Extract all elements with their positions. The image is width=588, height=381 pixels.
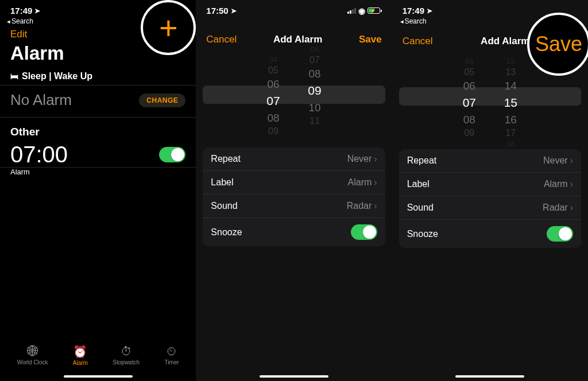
alarm-toggle[interactable]: [159, 147, 185, 162]
sound-row[interactable]: Sound Radar›: [203, 195, 385, 218]
home-indicator[interactable]: [64, 375, 133, 378]
alarm-icon: ⏰: [73, 345, 87, 359]
status-bar: 17:50 ➤ ◉ ⚡: [196, 0, 392, 17]
repeat-row[interactable]: Repeat Never›: [203, 147, 385, 171]
minute-picker[interactable]: 12 13 14 15 16 17 18: [499, 57, 522, 140]
change-button[interactable]: CHANGE: [139, 94, 185, 107]
time-picker[interactable]: 04 05 06 07 08 09 06 07 08 09 10 11: [196, 52, 392, 138]
home-indicator[interactable]: [260, 375, 328, 378]
hour-picker[interactable]: 04 05 06 07 08 09: [458, 57, 481, 140]
repeat-row[interactable]: Repeat Never›: [399, 149, 581, 173]
alarm-settings: Repeat Never› Label Alarm› Sound Radar› …: [203, 147, 385, 246]
location-icon: ➤: [231, 7, 237, 15]
other-section-header: Other: [0, 118, 196, 142]
status-time: 17:49: [10, 6, 32, 15]
chevron-right-icon: ›: [374, 201, 377, 211]
modal-nav: Cancel Add Alarm Save: [196, 17, 392, 52]
tab-stopwatch[interactable]: ⏱︎ Stopwatch: [113, 345, 140, 366]
battery-icon: ⚡: [368, 7, 382, 14]
save-button[interactable]: Save: [359, 34, 382, 45]
tab-world-clock[interactable]: 🌐︎ World Clock: [17, 345, 48, 366]
modal-title: Add Alarm: [273, 34, 322, 45]
chevron-right-icon: ›: [374, 177, 377, 188]
edit-button[interactable]: Edit: [10, 29, 27, 40]
sound-row[interactable]: Sound Radar›: [399, 196, 581, 220]
hour-picker[interactable]: 04 05 06 07 08 09: [262, 55, 285, 138]
save-callout: Save: [527, 13, 588, 76]
label-row[interactable]: Label Alarm›: [399, 173, 581, 196]
modal-title: Add Alarm: [481, 36, 529, 47]
status-time: 17:49: [403, 6, 424, 15]
chevron-right-icon: ›: [570, 203, 573, 213]
alarm-label: Alarm: [0, 168, 196, 182]
alarm-row[interactable]: 07:00: [0, 142, 196, 168]
add-alarm-screen: 17:50 ➤ ◉ ⚡ Cancel Add Alarm Save 04 05 …: [196, 0, 392, 381]
snooze-row: Snooze: [203, 218, 385, 246]
alarm-settings: Repeat Never› Label Alarm› Sound Radar› …: [399, 149, 581, 248]
snooze-toggle[interactable]: [351, 224, 377, 240]
wifi-icon: ◉: [358, 6, 365, 15]
home-indicator[interactable]: [455, 375, 524, 378]
cellular-icon: [347, 8, 356, 14]
alarm-list-screen: + 17:49 ➤ Search Edit Alarm 🛏︎ Sleep | W…: [0, 0, 196, 381]
label-row[interactable]: Label Alarm›: [203, 171, 385, 195]
status-time: 17:50: [206, 6, 228, 15]
globe-icon: 🌐︎: [27, 345, 38, 358]
tab-bar: 🌐︎ World Clock ⏰ Alarm ⏱︎ Stopwatch ⏲︎ T…: [0, 345, 196, 373]
minute-picker[interactable]: 06 07 08 09 10 11: [303, 45, 326, 138]
chevron-left-icon: [7, 17, 10, 25]
add-alarm-screen-save: Save 17:49 ➤ Search Cancel Add Alarm 04 …: [392, 0, 588, 381]
bed-icon: 🛏︎: [10, 72, 18, 81]
chevron-right-icon: ›: [374, 154, 377, 164]
add-alarm-callout: +: [141, 0, 196, 55]
cancel-button[interactable]: Cancel: [403, 36, 433, 47]
location-icon: ➤: [34, 7, 40, 15]
cancel-button[interactable]: Cancel: [206, 34, 237, 45]
location-icon: ➤: [427, 7, 432, 15]
tab-timer[interactable]: ⏲︎ Timer: [164, 345, 179, 366]
plus-icon[interactable]: +: [159, 9, 178, 46]
snooze-toggle[interactable]: [547, 226, 573, 242]
tab-alarm[interactable]: ⏰ Alarm: [73, 345, 88, 366]
chevron-right-icon: ›: [570, 179, 573, 189]
alarm-time: 07:00: [10, 143, 68, 166]
save-label-big[interactable]: Save: [535, 32, 582, 56]
chevron-right-icon: ›: [570, 155, 573, 166]
chevron-left-icon: [400, 17, 404, 25]
no-alarm-label: No Alarm: [10, 91, 72, 109]
timer-icon: ⏲︎: [166, 345, 177, 358]
stopwatch-icon: ⏱︎: [121, 345, 132, 358]
sleep-section-header: 🛏︎ Sleep | Wake Up: [0, 67, 196, 85]
snooze-row: Snooze: [399, 220, 581, 248]
